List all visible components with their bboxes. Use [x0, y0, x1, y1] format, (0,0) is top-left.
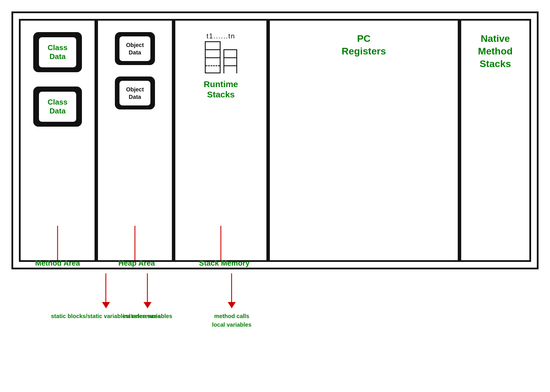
- rung-2: [206, 49, 220, 57]
- stack-diagram: t1......tn Runtim: [175, 32, 266, 100]
- rung-1b: [224, 49, 236, 57]
- heap-area-column: Object Data Object Data: [96, 19, 174, 262]
- rung-bottom: [206, 65, 220, 73]
- method-inner-arrow: [57, 226, 58, 260]
- ladder-t1: [205, 41, 221, 73]
- heap-inner-arrow: [135, 226, 135, 260]
- inner-container: Class Data Class Data Object Data Object…: [19, 19, 531, 262]
- method-area-bottom-label: Method Area: [19, 259, 96, 268]
- class-data-label-1: Class Data: [39, 37, 76, 67]
- pc-registers-label: PCRegisters: [342, 32, 386, 57]
- pc-registers-column: PCRegisters: [268, 19, 459, 262]
- stack-arrow-text: method callslocal variables: [212, 312, 252, 329]
- stack-arrow-head: [228, 302, 236, 308]
- method-arrow-line: [57, 226, 58, 260]
- method-area-column: Class Data Class Data: [19, 19, 96, 262]
- heap-arrow-container: instance variables: [123, 273, 172, 320]
- class-data-label-2: Class Data: [39, 92, 76, 122]
- rung-3: [206, 57, 220, 65]
- stack-memory-bottom-label: Stack Memory: [177, 259, 272, 268]
- class-data-box-2: Class Data: [33, 87, 82, 127]
- stack-top-label: t1......tn: [207, 32, 235, 40]
- object-data-label-2: Object Data: [119, 81, 150, 105]
- outer-frame: Class Data Class Data Object Data Object…: [11, 11, 539, 269]
- heap-arrow-head: [144, 302, 152, 308]
- heap-arrow-line: [135, 226, 135, 260]
- method-arrow-head: [102, 302, 110, 308]
- object-data-label-1: Object Data: [119, 36, 150, 61]
- stack-arrow-line-ext: [231, 273, 232, 302]
- stack-arrow-container: method callslocal variables: [212, 273, 252, 329]
- stack-memory-column: t1......tn Runtim: [174, 19, 268, 262]
- stack-area-label: RuntimeStacks: [204, 79, 238, 100]
- rung-2b: [224, 57, 236, 65]
- stack-ladders: [205, 41, 237, 73]
- heap-arrow-text: instance variables: [123, 312, 172, 320]
- stack-arrow-line: [221, 226, 221, 260]
- rung-3b: [224, 65, 236, 73]
- native-method-stacks-label: NativeMethodStacks: [478, 32, 513, 70]
- stack-inner-arrow: [221, 226, 221, 260]
- heap-area-bottom-label: Heap Area: [98, 259, 175, 268]
- rung-1: [206, 41, 220, 49]
- object-data-box-2: Object Data: [115, 77, 155, 109]
- class-data-box-1: Class Data: [33, 32, 82, 72]
- native-method-stacks-column: NativeMethodStacks: [459, 19, 531, 262]
- ladder-tn: [223, 49, 237, 73]
- heap-arrow-line-ext: [147, 273, 148, 302]
- object-data-box-1: Object Data: [115, 32, 155, 65]
- method-arrow-line-ext: [105, 273, 106, 302]
